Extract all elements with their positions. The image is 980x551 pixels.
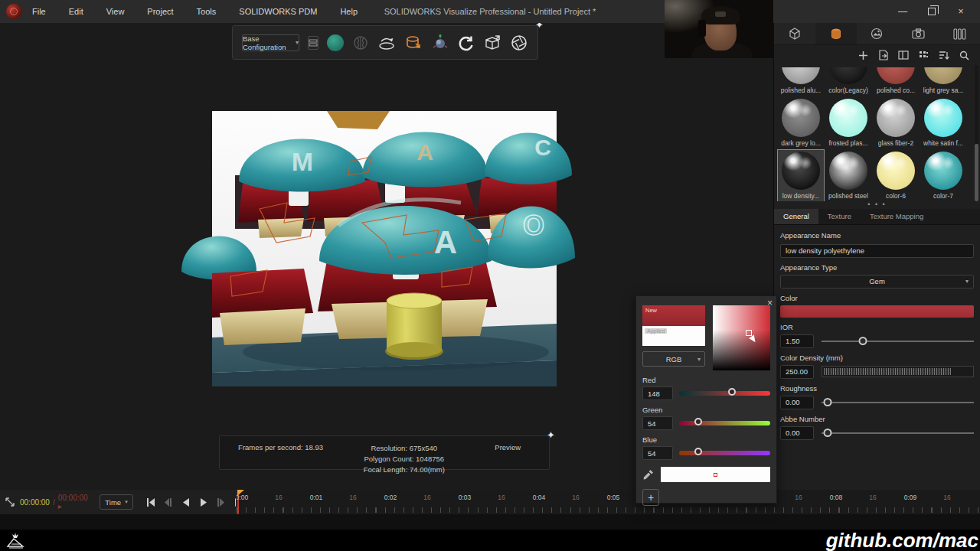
material-swatch[interactable]: color-7 <box>920 149 967 201</box>
render-output-button[interactable] <box>510 33 528 53</box>
material-swatch[interactable]: white satin f... <box>920 96 967 149</box>
pin-icon[interactable]: ✦ <box>547 429 555 441</box>
close-button[interactable]: × <box>956 6 966 17</box>
blue-channel-input[interactable] <box>642 446 673 460</box>
material-swatch[interactable]: polished co... <box>872 65 920 96</box>
material-sphere-icon <box>829 67 867 84</box>
material-swatch[interactable]: color-6 <box>872 149 920 201</box>
search-button[interactable] <box>959 51 969 60</box>
stat-fps: Frames per second: 18.93 <box>220 436 341 452</box>
add-color-button[interactable]: + <box>642 489 659 506</box>
material-swatch[interactable]: color(Legacy) <box>825 65 872 96</box>
eyedropper-icon[interactable] <box>642 468 655 481</box>
menu-file[interactable]: File <box>32 7 46 16</box>
menu-edit[interactable]: Edit <box>69 7 83 16</box>
timeline-mode-dropdown[interactable]: Time ▾ <box>100 494 133 510</box>
abbe-number-label: Abbe Number <box>780 415 974 423</box>
material-swatch[interactable]: polished alu... <box>777 65 825 96</box>
configuration-dropdown[interactable]: Base Configuration ▾ <box>242 34 299 51</box>
menu-tools[interactable]: Tools <box>197 7 217 16</box>
material-sphere-icon <box>782 152 820 190</box>
tab-appearances[interactable] <box>815 23 857 44</box>
ruler-ticks <box>237 507 980 513</box>
svg-text:A: A <box>416 139 433 165</box>
restore-button[interactable] <box>928 8 936 15</box>
red-channel-input[interactable] <box>642 386 673 400</box>
ior-slider[interactable] <box>822 334 974 348</box>
ruler-minor-label: 16 <box>423 494 430 501</box>
brain-icon <box>352 34 369 51</box>
recent-colors-bar[interactable] <box>661 467 770 482</box>
abbe-number-input[interactable] <box>780 426 814 440</box>
tab-general[interactable]: General <box>774 209 818 224</box>
color-density-input[interactable] <box>780 365 814 379</box>
material-swatch[interactable]: glass fiber-2 <box>872 96 920 149</box>
move-gizmo-button[interactable] <box>431 33 449 53</box>
material-label: color-7 <box>933 192 953 200</box>
menu-solidworks-pdm[interactable]: SOLIDWORKS PDM <box>239 7 317 16</box>
skip-to-start-button[interactable] <box>144 495 157 509</box>
material-label: color(Legacy) <box>828 86 868 94</box>
material-swatch[interactable]: low density... <box>777 149 825 201</box>
tab-animations[interactable] <box>939 23 980 44</box>
export-button[interactable] <box>483 33 501 53</box>
roughness-input[interactable] <box>780 396 814 409</box>
ruler-label: 0:02 <box>384 494 397 501</box>
appearance-name-input[interactable] <box>780 244 974 258</box>
play-reverse-button[interactable] <box>179 495 192 509</box>
tab-texture-mapping[interactable]: Texture Mapping <box>861 209 933 224</box>
material-swatch[interactable]: dark grey lo... <box>777 96 825 149</box>
red-channel-slider[interactable] <box>679 388 770 399</box>
picker-cursor[interactable] <box>746 330 752 336</box>
color-density-bar[interactable] <box>822 366 974 377</box>
timeline-ruler[interactable]: 0:00160:01160:02160:03160:04160:05160:06… <box>236 490 980 514</box>
green-channel-slider[interactable] <box>679 418 770 429</box>
recent-color-chip[interactable] <box>714 473 717 477</box>
reset-camera-button[interactable] <box>458 33 475 53</box>
material-swatch[interactable]: frosted plas... <box>825 96 872 149</box>
applied-color-label: Applied <box>645 328 667 334</box>
scrollbar-thumb[interactable] <box>975 144 978 201</box>
appearance-library: polished alu...color(Legacy)polished co.… <box>774 65 980 201</box>
color-swatch[interactable] <box>780 305 974 318</box>
grid-view-button[interactable] <box>919 51 929 60</box>
green-channel-input[interactable] <box>642 416 673 430</box>
tab-models[interactable] <box>774 23 815 44</box>
tab-texture[interactable]: Texture <box>818 209 861 224</box>
split-view-button[interactable] <box>898 51 909 60</box>
tab-environments[interactable] <box>857 23 898 44</box>
appearance-type-dropdown[interactable]: Gem ▾ <box>780 275 974 289</box>
menu-help[interactable]: Help <box>340 7 358 16</box>
material-label: frosted plas... <box>828 139 867 147</box>
color-mode-dropdown[interactable]: RGB ▾ <box>642 351 705 367</box>
menu-view[interactable]: View <box>106 7 125 16</box>
saturation-value-picker[interactable] <box>713 305 770 370</box>
step-back-button[interactable] <box>162 495 175 509</box>
turntable-button[interactable] <box>377 33 396 53</box>
play-button[interactable] <box>197 495 210 509</box>
menu-project[interactable]: Project <box>147 7 173 16</box>
sort-button[interactable] <box>939 51 949 60</box>
denoiser-button[interactable] <box>352 33 369 53</box>
tab-cameras[interactable] <box>897 23 939 44</box>
blue-channel-slider[interactable] <box>679 448 770 458</box>
ruler-label: 0:08 <box>830 494 843 501</box>
import-appearance-button[interactable] <box>878 50 888 60</box>
ior-input[interactable] <box>780 334 814 348</box>
render-mode-button[interactable] <box>327 33 344 53</box>
appearance-apply-button[interactable] <box>404 33 423 53</box>
add-appearance-button[interactable] <box>858 51 868 60</box>
configuration-list-icon[interactable] <box>308 36 318 50</box>
material-swatch[interactable]: polished steel <box>825 149 872 201</box>
minimize-button[interactable]: — <box>897 6 908 17</box>
roughness-slider[interactable] <box>822 396 974 409</box>
new-color-label: New <box>645 307 657 314</box>
step-forward-button[interactable] <box>214 495 227 509</box>
render-canvas[interactable]: M A C A O <box>212 111 557 386</box>
abbe-number-slider[interactable] <box>822 426 974 440</box>
material-swatch[interactable]: light grey sa... <box>920 65 967 96</box>
timeline-resize-handle[interactable] <box>0 497 20 507</box>
panel-splitter[interactable]: • • • <box>774 201 980 209</box>
channel-logo-icon <box>6 531 31 549</box>
library-scrollbar[interactable] <box>975 65 978 201</box>
